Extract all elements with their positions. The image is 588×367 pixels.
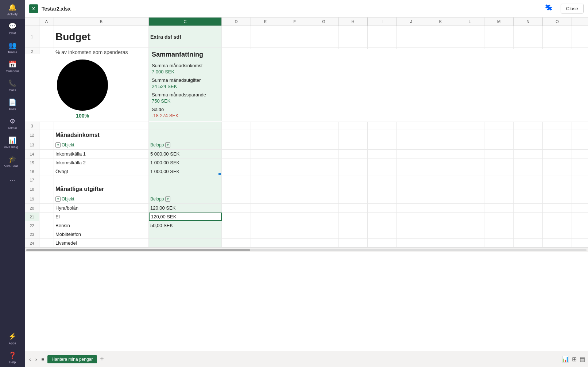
cell-c20[interactable]: 120,00 SEK bbox=[149, 204, 222, 212]
cell-i1[interactable] bbox=[368, 26, 397, 47]
cell-n16[interactable] bbox=[514, 167, 543, 176]
cell-d20[interactable] bbox=[222, 204, 251, 212]
cell-d24[interactable] bbox=[222, 239, 251, 247]
cell-j16[interactable] bbox=[397, 167, 426, 176]
cell-c2-summary[interactable]: Sammanfattning Summa månadsinkomst 7 000… bbox=[149, 48, 222, 121]
cell-b20[interactable]: Hyra/bolån bbox=[54, 204, 149, 212]
cell-a18[interactable] bbox=[39, 184, 54, 194]
cell-f23[interactable] bbox=[280, 230, 309, 238]
dropbox-icon[interactable] bbox=[544, 2, 557, 15]
cell-m20[interactable] bbox=[484, 204, 514, 212]
cell-h21[interactable] bbox=[339, 213, 368, 221]
cell-f19[interactable] bbox=[280, 194, 309, 203]
col-header-m[interactable]: M bbox=[484, 18, 514, 26]
cell-h12[interactable] bbox=[339, 130, 368, 140]
cell-o22[interactable] bbox=[543, 221, 572, 230]
cell-d2[interactable] bbox=[222, 48, 251, 49]
cell-e14[interactable] bbox=[251, 150, 280, 158]
cell-e17[interactable] bbox=[251, 176, 280, 184]
cell-k22[interactable] bbox=[426, 221, 455, 230]
cell-j14[interactable] bbox=[397, 150, 426, 158]
cell-n3[interactable] bbox=[514, 122, 543, 130]
cell-f16[interactable] bbox=[280, 167, 309, 176]
cell-a15[interactable] bbox=[39, 158, 54, 167]
cell-b21[interactable]: El bbox=[54, 213, 149, 221]
cell-a22[interactable] bbox=[39, 221, 54, 230]
cell-e12[interactable] bbox=[251, 130, 280, 140]
cell-a19[interactable] bbox=[39, 194, 54, 203]
cell-b15[interactable]: Inkomstkälla 2 bbox=[54, 158, 149, 167]
cell-b2-merged[interactable]: % av inkomsten som spenderas 100% bbox=[54, 48, 149, 122]
cell-g15[interactable] bbox=[309, 158, 339, 167]
col-header-l[interactable]: L bbox=[455, 18, 484, 26]
cell-l19[interactable] bbox=[455, 194, 484, 203]
cell-c1[interactable]: Extra dsf sdf bbox=[149, 26, 222, 47]
cell-f15[interactable] bbox=[280, 158, 309, 167]
col-header-d[interactable]: D bbox=[222, 18, 251, 26]
cell-k21[interactable] bbox=[426, 213, 455, 221]
cell-f12[interactable] bbox=[280, 130, 309, 140]
cell-l2[interactable] bbox=[455, 48, 484, 49]
spreadsheet[interactable]: A B C D E F G H I J K L M N O 1 Budget E… bbox=[25, 18, 588, 351]
cell-g20[interactable] bbox=[309, 204, 339, 212]
cell-j12[interactable] bbox=[397, 130, 426, 140]
cell-l22[interactable] bbox=[455, 221, 484, 230]
cell-o21[interactable] bbox=[543, 213, 572, 221]
cell-b23[interactable]: Mobiltelefon bbox=[54, 230, 149, 238]
cell-o19[interactable] bbox=[543, 194, 572, 203]
sidebar-item-chat[interactable]: 💬 Chat bbox=[0, 19, 25, 38]
cell-o12[interactable] bbox=[543, 130, 572, 140]
cell-m19[interactable] bbox=[484, 194, 514, 203]
cell-j24[interactable] bbox=[397, 239, 426, 247]
cell-h16[interactable] bbox=[339, 167, 368, 176]
cell-o13[interactable] bbox=[543, 140, 572, 149]
cell-d21[interactable] bbox=[222, 213, 251, 221]
cell-j20[interactable] bbox=[397, 204, 426, 212]
cell-j22[interactable] bbox=[397, 221, 426, 230]
cell-g2[interactable] bbox=[309, 48, 339, 49]
cell-k24[interactable] bbox=[426, 239, 455, 247]
sidebar-item-admin[interactable]: ⚙ Admin bbox=[0, 114, 25, 133]
cell-g16[interactable] bbox=[309, 167, 339, 176]
cell-l14[interactable] bbox=[455, 150, 484, 158]
col-header-k[interactable]: K bbox=[426, 18, 455, 26]
cell-o15[interactable] bbox=[543, 158, 572, 167]
cell-c14[interactable]: 5 000,00 SEK bbox=[149, 150, 222, 158]
cell-j17[interactable] bbox=[397, 176, 426, 184]
cell-f20[interactable] bbox=[280, 204, 309, 212]
cell-f14[interactable] bbox=[280, 150, 309, 158]
cell-c12[interactable] bbox=[149, 130, 222, 140]
cell-d17[interactable] bbox=[222, 176, 251, 184]
cell-m17[interactable] bbox=[484, 176, 514, 184]
cell-l24[interactable] bbox=[455, 239, 484, 247]
cell-l15[interactable] bbox=[455, 158, 484, 167]
cell-a20[interactable] bbox=[39, 204, 54, 212]
cell-d12[interactable] bbox=[222, 130, 251, 140]
sidebar-item-vivalearning[interactable]: 🎓 Viva Lear... bbox=[0, 152, 25, 171]
cell-g22[interactable] bbox=[309, 221, 339, 230]
cell-k3[interactable] bbox=[426, 122, 455, 130]
cell-n14[interactable] bbox=[514, 150, 543, 158]
cell-i20[interactable] bbox=[368, 204, 397, 212]
cell-e19[interactable] bbox=[251, 194, 280, 203]
cell-l16[interactable] bbox=[455, 167, 484, 176]
cell-c3[interactable] bbox=[149, 122, 222, 130]
cell-d14[interactable] bbox=[222, 150, 251, 158]
cell-e18[interactable] bbox=[251, 184, 280, 194]
cell-k19[interactable] bbox=[426, 194, 455, 203]
cell-k12[interactable] bbox=[426, 130, 455, 140]
sidebar-item-more[interactable]: ··· bbox=[0, 171, 25, 190]
cell-i2[interactable] bbox=[368, 48, 397, 49]
cell-g12[interactable] bbox=[309, 130, 339, 140]
cell-f22[interactable] bbox=[280, 221, 309, 230]
cell-j13[interactable] bbox=[397, 140, 426, 149]
cell-b13[interactable]: ▾Objekt bbox=[54, 140, 149, 149]
cell-a12[interactable] bbox=[39, 130, 54, 140]
cell-g21[interactable] bbox=[309, 213, 339, 221]
cell-n2[interactable] bbox=[514, 48, 543, 49]
cell-d13[interactable] bbox=[222, 140, 251, 149]
cell-l3[interactable] bbox=[455, 122, 484, 130]
cell-m12[interactable] bbox=[484, 130, 514, 140]
cell-e22[interactable] bbox=[251, 221, 280, 230]
cell-n22[interactable] bbox=[514, 221, 543, 230]
